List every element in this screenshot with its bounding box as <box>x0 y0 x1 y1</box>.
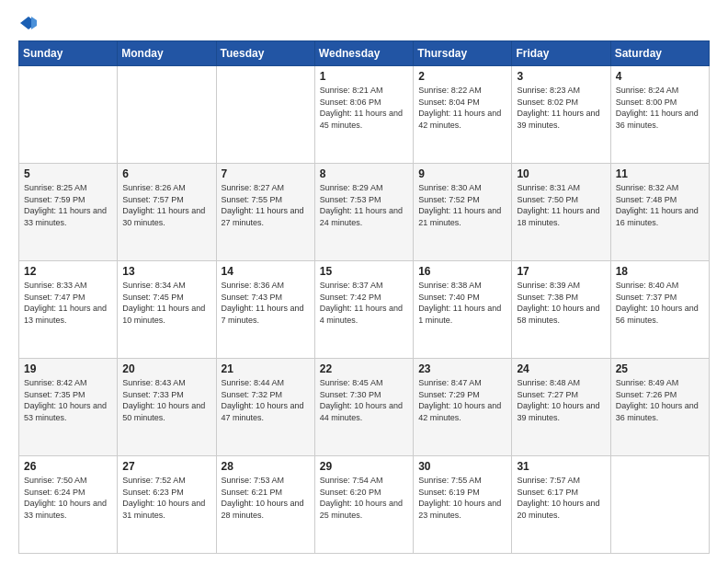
day-info: Sunrise: 7:53 AMSunset: 6:21 PMDaylight:… <box>222 475 310 521</box>
day-info: Sunrise: 8:38 AMSunset: 7:40 PMDaylight:… <box>418 280 506 326</box>
calendar-cell: 29Sunrise: 7:54 AMSunset: 6:20 PMDayligh… <box>314 456 413 554</box>
day-number: 10 <box>517 167 605 180</box>
day-number: 21 <box>222 362 310 375</box>
calendar-cell: 5Sunrise: 8:25 AMSunset: 7:59 PMDaylight… <box>19 164 118 261</box>
calendar-cell: 13Sunrise: 8:34 AMSunset: 7:45 PMDayligh… <box>118 261 216 359</box>
day-info: Sunrise: 8:48 AMSunset: 7:27 PMDaylight:… <box>517 377 605 423</box>
day-number: 20 <box>122 362 210 375</box>
weekday-header-wednesday: Wednesday <box>314 41 413 66</box>
day-number: 8 <box>320 167 408 180</box>
day-number: 22 <box>320 362 408 375</box>
day-info: Sunrise: 8:25 AMSunset: 7:59 PMDaylight:… <box>24 182 112 228</box>
day-info: Sunrise: 8:42 AMSunset: 7:35 PMDaylight:… <box>24 377 112 423</box>
calendar-cell <box>610 456 709 554</box>
weekday-header-friday: Friday <box>512 41 610 66</box>
weekday-header-monday: Monday <box>118 41 216 66</box>
day-number: 27 <box>122 460 210 473</box>
calendar-cell: 30Sunrise: 7:55 AMSunset: 6:19 PMDayligh… <box>414 456 512 554</box>
calendar-cell: 1Sunrise: 8:21 AMSunset: 8:06 PMDaylight… <box>314 66 413 164</box>
weekday-header-thursday: Thursday <box>414 41 512 66</box>
day-info: Sunrise: 8:34 AMSunset: 7:45 PMDaylight:… <box>122 280 210 326</box>
day-info: Sunrise: 8:21 AMSunset: 8:06 PMDaylight:… <box>320 85 408 131</box>
day-info: Sunrise: 8:23 AMSunset: 8:02 PMDaylight:… <box>517 85 605 131</box>
day-info: Sunrise: 8:37 AMSunset: 7:42 PMDaylight:… <box>320 280 408 326</box>
day-info: Sunrise: 8:40 AMSunset: 7:37 PMDaylight:… <box>616 280 704 326</box>
logo-flag-icon <box>20 15 37 31</box>
calendar-cell: 12Sunrise: 8:33 AMSunset: 7:47 PMDayligh… <box>19 261 118 359</box>
calendar-cell: 3Sunrise: 8:23 AMSunset: 8:02 PMDaylight… <box>512 66 610 164</box>
calendar-cell: 11Sunrise: 8:32 AMSunset: 7:48 PMDayligh… <box>610 164 709 261</box>
page: SundayMondayTuesdayWednesdayThursdayFrid… <box>0 0 728 563</box>
week-row-2: 5Sunrise: 8:25 AMSunset: 7:59 PMDaylight… <box>19 164 710 261</box>
day-number: 26 <box>24 460 112 473</box>
day-info: Sunrise: 8:22 AMSunset: 8:04 PMDaylight:… <box>418 85 506 131</box>
day-info: Sunrise: 7:57 AMSunset: 6:17 PMDaylight:… <box>517 475 605 521</box>
day-number: 31 <box>517 460 605 473</box>
day-number: 17 <box>517 265 605 278</box>
day-info: Sunrise: 7:52 AMSunset: 6:23 PMDaylight:… <box>122 475 210 521</box>
calendar-cell: 8Sunrise: 8:29 AMSunset: 7:53 PMDaylight… <box>314 164 413 261</box>
day-info: Sunrise: 8:33 AMSunset: 7:47 PMDaylight:… <box>24 280 112 326</box>
header <box>18 17 710 31</box>
day-info: Sunrise: 7:54 AMSunset: 6:20 PMDaylight:… <box>320 475 408 521</box>
calendar-cell: 16Sunrise: 8:38 AMSunset: 7:40 PMDayligh… <box>414 261 512 359</box>
day-info: Sunrise: 8:30 AMSunset: 7:52 PMDaylight:… <box>418 182 506 228</box>
day-number: 2 <box>418 70 506 83</box>
day-info: Sunrise: 8:27 AMSunset: 7:55 PMDaylight:… <box>222 182 310 228</box>
day-number: 24 <box>517 362 605 375</box>
day-info: Sunrise: 8:44 AMSunset: 7:32 PMDaylight:… <box>222 377 310 423</box>
day-number: 5 <box>24 167 112 180</box>
day-number: 4 <box>616 70 704 83</box>
day-number: 9 <box>418 167 506 180</box>
day-info: Sunrise: 8:31 AMSunset: 7:50 PMDaylight:… <box>517 182 605 228</box>
day-number: 14 <box>222 265 310 278</box>
calendar-cell: 21Sunrise: 8:44 AMSunset: 7:32 PMDayligh… <box>216 359 314 456</box>
day-info: Sunrise: 8:24 AMSunset: 8:00 PMDaylight:… <box>616 85 704 131</box>
day-number: 7 <box>222 167 310 180</box>
day-info: Sunrise: 8:47 AMSunset: 7:29 PMDaylight:… <box>418 377 506 423</box>
calendar-cell: 26Sunrise: 7:50 AMSunset: 6:24 PMDayligh… <box>19 456 118 554</box>
calendar-cell: 10Sunrise: 8:31 AMSunset: 7:50 PMDayligh… <box>512 164 610 261</box>
weekday-header-tuesday: Tuesday <box>216 41 314 66</box>
week-row-3: 12Sunrise: 8:33 AMSunset: 7:47 PMDayligh… <box>19 261 710 359</box>
day-number: 3 <box>517 70 605 83</box>
calendar-cell <box>216 66 314 164</box>
day-number: 28 <box>222 460 310 473</box>
day-number: 19 <box>24 362 112 375</box>
day-number: 13 <box>122 265 210 278</box>
day-info: Sunrise: 7:55 AMSunset: 6:19 PMDaylight:… <box>418 475 506 521</box>
calendar-cell <box>118 66 216 164</box>
day-info: Sunrise: 8:29 AMSunset: 7:53 PMDaylight:… <box>320 182 408 228</box>
svg-marker-1 <box>31 17 37 29</box>
weekday-header-row: SundayMondayTuesdayWednesdayThursdayFrid… <box>19 41 710 66</box>
day-number: 23 <box>418 362 506 375</box>
day-number: 29 <box>320 460 408 473</box>
calendar-cell: 28Sunrise: 7:53 AMSunset: 6:21 PMDayligh… <box>216 456 314 554</box>
calendar-cell: 17Sunrise: 8:39 AMSunset: 7:38 PMDayligh… <box>512 261 610 359</box>
calendar-cell: 9Sunrise: 8:30 AMSunset: 7:52 PMDaylight… <box>414 164 512 261</box>
day-number: 6 <box>122 167 210 180</box>
logo <box>18 17 37 31</box>
calendar-cell: 27Sunrise: 7:52 AMSunset: 6:23 PMDayligh… <box>118 456 216 554</box>
weekday-header-saturday: Saturday <box>610 41 709 66</box>
week-row-5: 26Sunrise: 7:50 AMSunset: 6:24 PMDayligh… <box>19 456 710 554</box>
week-row-1: 1Sunrise: 8:21 AMSunset: 8:06 PMDaylight… <box>19 66 710 164</box>
day-number: 16 <box>418 265 506 278</box>
day-info: Sunrise: 8:49 AMSunset: 7:26 PMDaylight:… <box>616 377 704 423</box>
calendar-cell: 7Sunrise: 8:27 AMSunset: 7:55 PMDaylight… <box>216 164 314 261</box>
calendar-table: SundayMondayTuesdayWednesdayThursdayFrid… <box>18 40 710 554</box>
calendar-cell: 24Sunrise: 8:48 AMSunset: 7:27 PMDayligh… <box>512 359 610 456</box>
calendar-cell: 14Sunrise: 8:36 AMSunset: 7:43 PMDayligh… <box>216 261 314 359</box>
calendar-cell <box>19 66 118 164</box>
day-info: Sunrise: 7:50 AMSunset: 6:24 PMDaylight:… <box>24 475 112 521</box>
calendar-cell: 20Sunrise: 8:43 AMSunset: 7:33 PMDayligh… <box>118 359 216 456</box>
calendar-cell: 15Sunrise: 8:37 AMSunset: 7:42 PMDayligh… <box>314 261 413 359</box>
day-number: 30 <box>418 460 506 473</box>
day-info: Sunrise: 8:45 AMSunset: 7:30 PMDaylight:… <box>320 377 408 423</box>
day-number: 12 <box>24 265 112 278</box>
day-info: Sunrise: 8:36 AMSunset: 7:43 PMDaylight:… <box>222 280 310 326</box>
calendar-cell: 23Sunrise: 8:47 AMSunset: 7:29 PMDayligh… <box>414 359 512 456</box>
day-info: Sunrise: 8:32 AMSunset: 7:48 PMDaylight:… <box>616 182 704 228</box>
calendar-cell: 25Sunrise: 8:49 AMSunset: 7:26 PMDayligh… <box>610 359 709 456</box>
day-number: 1 <box>320 70 408 83</box>
